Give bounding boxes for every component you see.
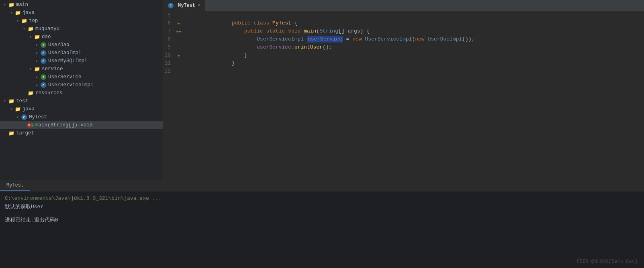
- tree-arrow-test: [2, 99, 8, 104]
- file-tree[interactable]: 📁 main 📁 java 📁 top 📁 muquanyu �: [0, 0, 163, 180]
- line-num-12: 12: [163, 67, 174, 75]
- code-line-9: userService.printUser();: [194, 43, 644, 51]
- console-path-text: C:\environments\Java\jdk1.8.0_321\bin\ja…: [5, 195, 162, 201]
- tree-item-target[interactable]: 📁 target: [0, 129, 163, 137]
- dot9: .: [291, 44, 294, 50]
- tree-label-main-method: main(String[]):void: [35, 122, 93, 128]
- class-icon-usermysqlimpl: C: [40, 58, 47, 64]
- tab-mytest[interactable]: C MyTest ×: [163, 0, 205, 11]
- tree-arrow-userdao: [34, 43, 40, 47]
- tree-label-top: top: [29, 18, 38, 24]
- tree-item-dao[interactable]: 📁 dao: [0, 33, 163, 41]
- method-printuser: printUser: [294, 44, 323, 50]
- line-num-5: 5: [163, 11, 174, 19]
- tree-arrow-main: [2, 2, 8, 7]
- code-line-11: }: [194, 59, 644, 67]
- tree-label-target: target: [16, 130, 34, 136]
- line-num-7: 7: [163, 27, 174, 35]
- tree-item-userdao[interactable]: I UserDao: [0, 41, 163, 49]
- tab-icon-mytest: C: [168, 2, 174, 9]
- parens8b: ());: [462, 36, 474, 42]
- code-line-12: [194, 67, 644, 75]
- kw-new-8b: new: [415, 36, 424, 42]
- gutter-run-6[interactable]: ▶: [174, 21, 184, 26]
- tree-arrow-dao: [27, 35, 34, 39]
- editor-area: C MyTest × 5 6 ▶ 7: [163, 0, 644, 180]
- tree-item-userdaoimpl[interactable]: C UserDaoImpl: [0, 49, 163, 57]
- tree-item-test[interactable]: 📁 test: [0, 97, 163, 105]
- tree-label-userdaoimpl: UserDaoImpl: [48, 50, 82, 56]
- tree-arrow-java: [8, 10, 14, 15]
- tree-item-java[interactable]: 📁 java: [0, 9, 163, 17]
- tree-arrow-userdaoimpl: [34, 51, 40, 55]
- sp8b: =: [343, 36, 352, 42]
- gutter-run-bp-7[interactable]: ▶◆: [174, 29, 184, 34]
- tree-arrow-userserviceimpl: [34, 83, 40, 87]
- folder-icon-dao: 📁: [34, 34, 40, 40]
- tree-item-top[interactable]: 📁 top: [0, 17, 163, 25]
- bottom-tab-bar: MyTest: [0, 180, 644, 191]
- tree-item-service[interactable]: 📁 service: [0, 65, 163, 73]
- tree-label-java2: java: [22, 106, 35, 112]
- console-output-1: 默认的获取User: [5, 204, 43, 210]
- type-userdaoimpl: UserDaoImpl: [427, 36, 462, 42]
- gutter-bp-10[interactable]: ◆: [174, 54, 184, 57]
- tree-item-mytest[interactable]: C MyTest: [0, 113, 163, 121]
- tree-label-test: test: [16, 98, 28, 104]
- tab-bar: C MyTest ×: [163, 0, 644, 11]
- tree-item-muquanyu[interactable]: 📁 muquanyu: [0, 25, 163, 33]
- line-num-10: 10: [163, 51, 174, 59]
- parens9: ();: [323, 44, 332, 50]
- folder-icon-top: 📁: [21, 18, 27, 24]
- code-line-10: }: [194, 51, 644, 59]
- tree-item-usermysqlimpl[interactable]: C UserMySQLImpl: [0, 57, 163, 65]
- tree-label-mytest: MyTest: [29, 114, 47, 120]
- console-spacer: [5, 211, 639, 216]
- tree-item-java2[interactable]: 📁 java: [0, 105, 163, 113]
- tree-label-java: java: [22, 10, 35, 16]
- tree-item-userservice[interactable]: I UserService: [0, 73, 163, 81]
- kw-new-8: new: [352, 36, 362, 42]
- tree-label-userservice: UserService: [48, 74, 82, 80]
- folder-icon-service: 📁: [34, 66, 40, 72]
- bottom-panel: MyTest C:\environments\Java\jdk1.8.0_321…: [0, 180, 644, 268]
- method-icon-main: m: [27, 122, 34, 128]
- tree-arrow-java2: [8, 107, 14, 112]
- tab-mytest-console[interactable]: MyTest: [0, 181, 30, 191]
- console-line-3: 进程已结束,退出代码0: [5, 216, 639, 225]
- interface-icon-userservice: I: [40, 74, 47, 80]
- tab-close-mytest[interactable]: ×: [198, 3, 200, 8]
- tree-label-resources: resources: [35, 90, 63, 96]
- tree-item-main-method[interactable]: m main(String[]):void: [0, 121, 163, 129]
- code-content-area[interactable]: public class MyTest { public static void…: [191, 11, 644, 180]
- folder-icon-main: 📁: [8, 2, 14, 8]
- console-output-3: 进程已结束,退出代码0: [5, 217, 58, 223]
- tree-item-userserviceimpl[interactable]: C UserServiceImpl: [0, 81, 163, 89]
- tree-arrow-mytest: [14, 115, 21, 120]
- tree-arrow-userservice: [34, 75, 40, 79]
- folder-icon-muquanyu: 📁: [27, 26, 34, 32]
- tree-item-resources[interactable]: 📁 resources: [0, 89, 163, 97]
- folder-icon-java2: 📁: [14, 106, 21, 112]
- type-userserviceimpl-new: UserServiceImpl: [365, 36, 412, 42]
- brace11: }: [232, 60, 235, 66]
- line-num-8: 8: [163, 35, 174, 43]
- folder-icon-test: 📁: [8, 98, 14, 104]
- tree-label-userdao: UserDao: [48, 42, 70, 48]
- tab-label-mytest: MyTest: [178, 3, 195, 8]
- console-output: C:\environments\Java\jdk1.8.0_321\bin\ja…: [0, 191, 644, 268]
- tree-label-service: service: [42, 66, 63, 72]
- tree-arrow-top: [14, 18, 21, 23]
- tree-label-usermysqlimpl: UserMySQLImpl: [48, 58, 88, 64]
- console-path-line: C:\environments\Java\jdk1.8.0_321\bin\ja…: [5, 195, 639, 203]
- tree-label-main: main: [16, 2, 28, 8]
- console-line-1: 默认的获取User: [5, 203, 639, 211]
- line-num-6: 6: [163, 19, 174, 27]
- line-num-9: 9: [163, 43, 174, 51]
- tree-label-dao: dao: [42, 34, 51, 40]
- tree-arrow-muquanyu: [21, 26, 27, 31]
- code-editor[interactable]: 5 6 ▶ 7 ▶◆ 8: [163, 11, 644, 180]
- tree-item-main[interactable]: 📁 main: [0, 1, 163, 9]
- watermark: CSDN @牟泉禹[Dark Cat]: [577, 258, 638, 265]
- var-userservice-9: userService: [257, 44, 291, 50]
